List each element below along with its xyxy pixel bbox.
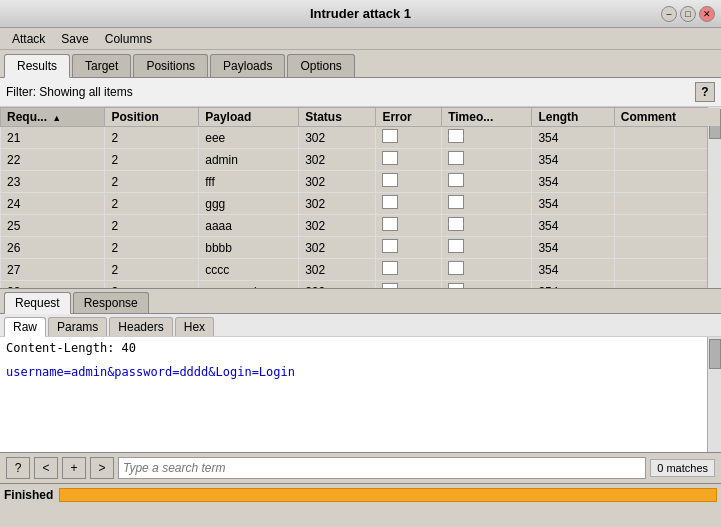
search-input[interactable]	[118, 457, 646, 479]
content-line1: Content-Length: 40	[6, 341, 701, 355]
error-checkbox[interactable]	[382, 173, 398, 187]
table-row[interactable]: 272cccc302354	[1, 259, 721, 281]
col-status[interactable]: Status	[299, 108, 376, 127]
col-request[interactable]: Requ... ▲	[1, 108, 105, 127]
content-scrollbar[interactable]	[707, 337, 721, 452]
col-payload[interactable]: Payload	[199, 108, 299, 127]
tab-target[interactable]: Target	[72, 54, 131, 77]
table-row[interactable]: 282password302354	[1, 281, 721, 289]
error-checkbox[interactable]	[382, 129, 398, 143]
col-position[interactable]: Position	[105, 108, 199, 127]
timeout-checkbox[interactable]	[448, 217, 464, 231]
panel-tab-response[interactable]: Response	[73, 292, 149, 313]
table-row[interactable]: 242ggg302354	[1, 193, 721, 215]
error-checkbox[interactable]	[382, 217, 398, 231]
tab-options[interactable]: Options	[287, 54, 354, 77]
table-row[interactable]: 252aaaa302354	[1, 215, 721, 237]
search-add-button[interactable]: +	[62, 457, 86, 479]
tab-positions[interactable]: Positions	[133, 54, 208, 77]
matches-badge: 0 matches	[650, 459, 715, 477]
minimize-button[interactable]: –	[661, 6, 677, 22]
maximize-button[interactable]: □	[680, 6, 696, 22]
col-error[interactable]: Error	[376, 108, 442, 127]
filter-bar: Filter: Showing all items ?	[0, 78, 721, 107]
sub-tab-params[interactable]: Params	[48, 317, 107, 336]
main-tab-bar: Results Target Positions Payloads Option…	[0, 50, 721, 78]
bottom-panel: Request Response Raw Params Headers Hex …	[0, 289, 721, 452]
error-checkbox[interactable]	[382, 261, 398, 275]
menu-columns[interactable]: Columns	[97, 30, 160, 48]
timeout-checkbox[interactable]	[448, 173, 464, 187]
menu-save[interactable]: Save	[53, 30, 96, 48]
sub-tab-raw[interactable]: Raw	[4, 317, 46, 337]
sub-tab-headers[interactable]: Headers	[109, 317, 172, 336]
results-table-area: Requ... ▲ Position Payload Status Error …	[0, 107, 721, 289]
timeout-checkbox[interactable]	[448, 151, 464, 165]
help-button[interactable]: ?	[695, 82, 715, 102]
window-controls[interactable]: – □ ✕	[661, 6, 715, 22]
search-help-button[interactable]: ?	[6, 457, 30, 479]
timeout-checkbox[interactable]	[448, 129, 464, 143]
search-prev-button[interactable]: <	[34, 457, 58, 479]
progress-bar	[59, 488, 717, 502]
request-content: Content-Length: 40 username=admin&passwo…	[0, 337, 721, 452]
timeout-checkbox[interactable]	[448, 283, 464, 288]
col-comment[interactable]: Comment	[614, 108, 720, 127]
search-bar: ? < + > 0 matches	[0, 452, 721, 483]
panel-tab-request[interactable]: Request	[4, 292, 71, 314]
error-checkbox[interactable]	[382, 239, 398, 253]
status-bar: Finished	[0, 483, 721, 505]
sub-tab-bar: Raw Params Headers Hex	[0, 314, 721, 337]
menu-attack[interactable]: Attack	[4, 30, 53, 48]
tab-results[interactable]: Results	[4, 54, 70, 78]
table-row[interactable]: 222admin302354	[1, 149, 721, 171]
table-scroll[interactable]: Requ... ▲ Position Payload Status Error …	[0, 107, 721, 288]
window-title: Intruder attack 1	[310, 6, 411, 21]
sub-tab-hex[interactable]: Hex	[175, 317, 214, 336]
timeout-checkbox[interactable]	[448, 195, 464, 209]
table-row[interactable]: 262bbbb302354	[1, 237, 721, 259]
menu-bar: Attack Save Columns	[0, 28, 721, 50]
content-scrollbar-thumb[interactable]	[709, 339, 721, 369]
status-text: Finished	[4, 488, 53, 502]
col-length[interactable]: Length	[532, 108, 614, 127]
col-timeout[interactable]: Timeo...	[442, 108, 532, 127]
panel-tab-bar: Request Response	[0, 289, 721, 314]
timeout-checkbox[interactable]	[448, 239, 464, 253]
error-checkbox[interactable]	[382, 195, 398, 209]
search-next-button[interactable]: >	[90, 457, 114, 479]
table-row[interactable]: 212eee302354	[1, 127, 721, 149]
error-checkbox[interactable]	[382, 151, 398, 165]
timeout-checkbox[interactable]	[448, 261, 464, 275]
tab-payloads[interactable]: Payloads	[210, 54, 285, 77]
title-bar: Intruder attack 1 – □ ✕	[0, 0, 721, 28]
close-button[interactable]: ✕	[699, 6, 715, 22]
results-table: Requ... ▲ Position Payload Status Error …	[0, 107, 721, 288]
content-link[interactable]: username=admin&password=dddd&Login=Login	[6, 365, 295, 379]
table-row[interactable]: 232fff302354	[1, 171, 721, 193]
filter-text: Filter: Showing all items	[6, 85, 133, 99]
error-checkbox[interactable]	[382, 283, 398, 288]
table-scrollbar[interactable]	[707, 107, 721, 288]
